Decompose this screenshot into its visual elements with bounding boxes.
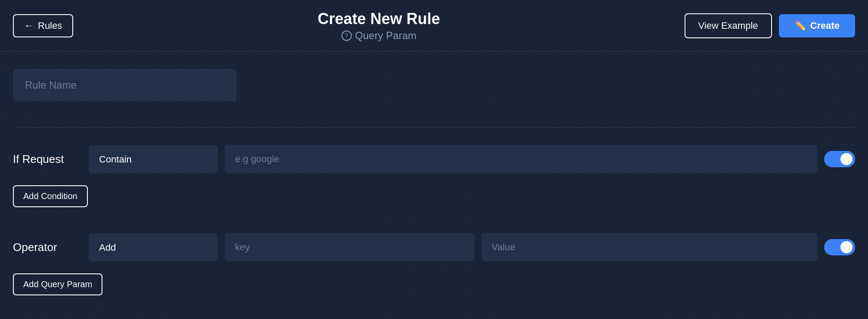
- condition-operator-select[interactable]: Contain: [89, 145, 218, 173]
- operator-row: Operator Add: [13, 233, 855, 261]
- header-actions: View Example ✏️ Create: [685, 13, 855, 38]
- create-button[interactable]: ✏️ Create: [779, 14, 855, 37]
- help-icon[interactable]: ?: [341, 31, 352, 41]
- add-query-param-label: Add Query Param: [23, 279, 92, 289]
- condition-value-input[interactable]: [225, 145, 817, 173]
- page-title: Create New Rule: [318, 10, 440, 28]
- edit-icon: ✏️: [794, 20, 806, 31]
- subtitle-text: Query Param: [355, 30, 417, 42]
- create-label: Create: [810, 20, 840, 31]
- add-query-param-button[interactable]: Add Query Param: [13, 273, 102, 295]
- back-button[interactable]: ← Rules: [13, 14, 73, 37]
- operator-toggle-slider: [824, 239, 855, 255]
- add-condition-label: Add Condition: [23, 191, 78, 201]
- header-subtitle: ? Query Param: [318, 30, 440, 42]
- back-arrow-icon: ←: [24, 20, 34, 31]
- condition-row: If Request Contain: [13, 145, 855, 173]
- condition-toggle[interactable]: [824, 151, 855, 167]
- spacer: [13, 207, 855, 224]
- operator-value-input[interactable]: [481, 233, 817, 261]
- back-label: Rules: [38, 20, 62, 31]
- condition-label: If Request: [13, 153, 82, 166]
- main-content: If Request Contain Add Condition Operato…: [0, 52, 868, 313]
- operator-key-input[interactable]: [225, 233, 474, 261]
- header-center: Create New Rule ? Query Param: [318, 10, 440, 42]
- header: ← Rules Create New Rule ? Query Param Vi…: [0, 0, 868, 52]
- condition-toggle-slider: [824, 151, 855, 167]
- view-example-button[interactable]: View Example: [685, 13, 772, 38]
- rule-name-input[interactable]: [13, 69, 237, 101]
- view-example-label: View Example: [698, 20, 758, 31]
- operator-type-select[interactable]: Add: [89, 233, 218, 261]
- operator-label: Operator: [13, 241, 82, 254]
- add-condition-button[interactable]: Add Condition: [13, 185, 88, 207]
- divider-1: [13, 127, 855, 128]
- operator-toggle[interactable]: [824, 239, 855, 255]
